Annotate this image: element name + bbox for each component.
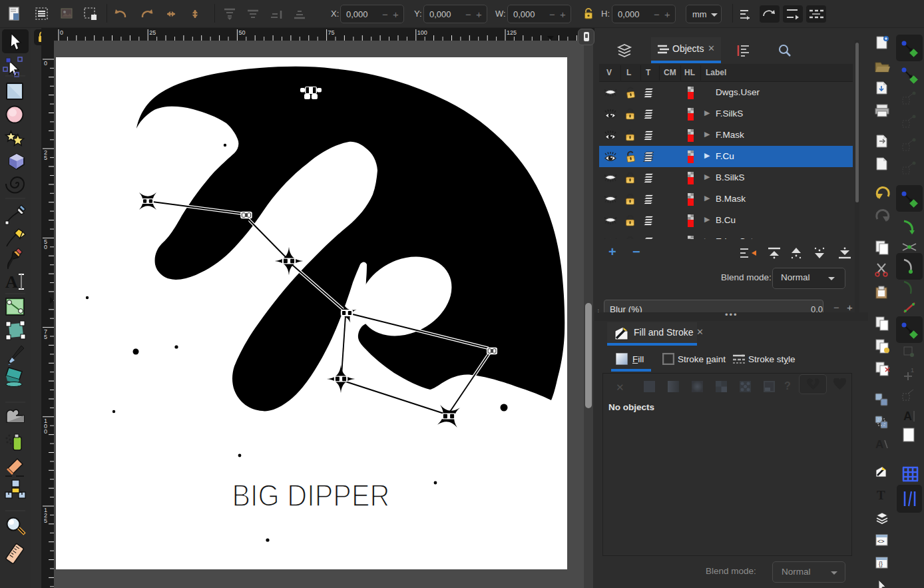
svg-text:A: A [875,438,883,451]
svg-text:1: 1 [911,367,914,374]
svg-text:A: A [903,410,912,423]
svg-text:0: 0 [44,60,47,67]
svg-text:125: 125 [507,29,517,36]
svg-text:50: 50 [238,29,245,36]
svg-text:A: A [5,272,18,292]
svg-text:0: 0 [44,428,47,435]
svg-text:0: 0 [44,244,47,250]
svg-text:0: 0 [60,29,63,36]
svg-text:5: 5 [44,334,47,340]
svg-text:100: 100 [417,29,427,36]
svg-text:5: 5 [44,517,47,524]
svg-text:75: 75 [328,29,335,36]
svg-text:{}: {} [879,561,883,567]
svg-text:25: 25 [149,29,156,36]
svg-text:<>: <> [877,538,885,545]
svg-text:BIG DIPPER: BIG DIPPER [232,477,390,513]
svg-text:T: T [877,488,885,502]
svg-text:5: 5 [44,154,47,161]
